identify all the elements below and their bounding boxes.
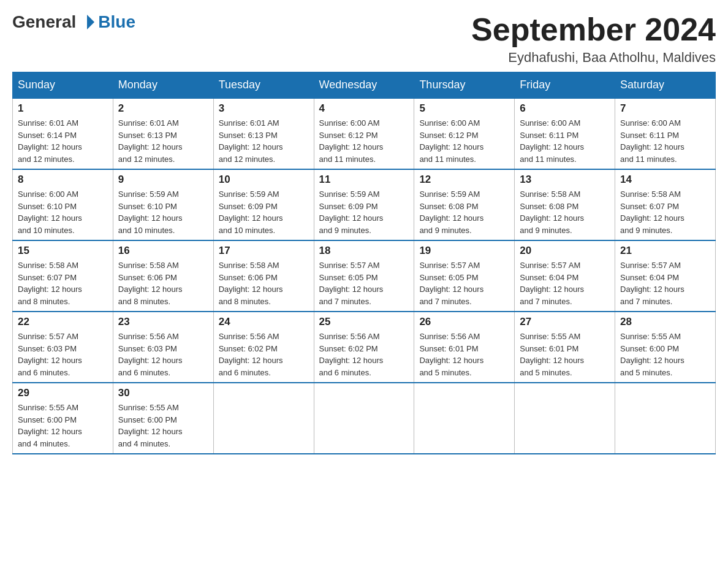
day-header-thursday: Thursday — [414, 72, 515, 99]
day-header-monday: Monday — [113, 72, 213, 99]
day-info: Sunrise: 5:56 AMSunset: 6:01 PMDaylight:… — [419, 331, 509, 378]
calendar-week-row: 22Sunrise: 5:57 AMSunset: 6:03 PMDayligh… — [13, 312, 716, 383]
day-info: Sunrise: 5:55 AMSunset: 6:00 PMDaylight:… — [620, 331, 710, 378]
calendar-cell — [213, 383, 314, 454]
day-number: 3 — [219, 102, 309, 115]
day-number: 26 — [419, 316, 509, 328]
day-header-tuesday: Tuesday — [213, 72, 314, 99]
calendar-table: SundayMondayTuesdayWednesdayThursdayFrid… — [12, 72, 716, 454]
calendar-cell — [414, 383, 515, 454]
location: Eydhafushi, Baa Atholhu, Maldives — [471, 50, 716, 66]
day-number: 17 — [219, 245, 309, 257]
day-number: 24 — [219, 316, 309, 328]
calendar-cell: 13Sunrise: 5:58 AMSunset: 6:08 PMDayligh… — [515, 169, 615, 240]
calendar-cell: 24Sunrise: 5:56 AMSunset: 6:02 PMDayligh… — [213, 312, 314, 383]
day-number: 27 — [520, 316, 610, 328]
day-info: Sunrise: 6:00 AMSunset: 6:12 PMDaylight:… — [319, 117, 409, 165]
day-number: 30 — [118, 387, 208, 399]
calendar-week-row: 15Sunrise: 5:58 AMSunset: 6:07 PMDayligh… — [13, 240, 716, 312]
calendar-cell: 14Sunrise: 5:58 AMSunset: 6:07 PMDayligh… — [615, 169, 716, 240]
calendar-cell: 26Sunrise: 5:56 AMSunset: 6:01 PMDayligh… — [414, 312, 515, 383]
day-number: 19 — [419, 245, 509, 257]
day-number: 9 — [118, 174, 208, 186]
calendar-cell: 30Sunrise: 5:55 AMSunset: 6:00 PMDayligh… — [113, 383, 213, 454]
calendar-cell: 6Sunrise: 6:00 AMSunset: 6:11 PMDaylight… — [515, 98, 615, 169]
day-info: Sunrise: 5:58 AMSunset: 6:07 PMDaylight:… — [620, 188, 710, 236]
day-info: Sunrise: 5:58 AMSunset: 6:06 PMDaylight:… — [118, 259, 208, 307]
calendar-cell: 17Sunrise: 5:58 AMSunset: 6:06 PMDayligh… — [213, 240, 314, 312]
calendar-cell: 1Sunrise: 6:01 AMSunset: 6:14 PMDaylight… — [13, 98, 113, 169]
day-number: 12 — [419, 174, 509, 186]
day-info: Sunrise: 5:59 AMSunset: 6:10 PMDaylight:… — [118, 188, 208, 236]
day-number: 13 — [520, 174, 610, 186]
day-number: 23 — [118, 316, 208, 328]
calendar-header-row: SundayMondayTuesdayWednesdayThursdayFrid… — [13, 72, 716, 99]
logo-general: General — [12, 12, 76, 32]
calendar-cell — [314, 383, 414, 454]
calendar-cell: 22Sunrise: 5:57 AMSunset: 6:03 PMDayligh… — [13, 312, 113, 383]
day-info: Sunrise: 5:55 AMSunset: 6:00 PMDaylight:… — [18, 402, 108, 450]
day-number: 10 — [219, 174, 309, 186]
day-info: Sunrise: 5:56 AMSunset: 6:02 PMDaylight:… — [219, 331, 309, 378]
day-number: 4 — [319, 102, 409, 115]
calendar-cell: 12Sunrise: 5:59 AMSunset: 6:08 PMDayligh… — [414, 169, 515, 240]
day-number: 18 — [319, 245, 409, 257]
day-info: Sunrise: 6:00 AMSunset: 6:11 PMDaylight:… — [620, 117, 710, 165]
calendar-week-row: 1Sunrise: 6:01 AMSunset: 6:14 PMDaylight… — [13, 98, 716, 169]
day-info: Sunrise: 5:57 AMSunset: 6:05 PMDaylight:… — [419, 259, 509, 307]
month-title: September 2024 — [471, 12, 716, 47]
calendar-cell: 2Sunrise: 6:01 AMSunset: 6:13 PMDaylight… — [113, 98, 213, 169]
day-info: Sunrise: 5:57 AMSunset: 6:04 PMDaylight:… — [520, 259, 610, 307]
day-header-saturday: Saturday — [615, 72, 716, 99]
day-number: 25 — [319, 316, 409, 328]
day-header-friday: Friday — [515, 72, 615, 99]
day-info: Sunrise: 6:01 AMSunset: 6:13 PMDaylight:… — [118, 117, 208, 165]
calendar-cell: 16Sunrise: 5:58 AMSunset: 6:06 PMDayligh… — [113, 240, 213, 312]
calendar-cell: 7Sunrise: 6:00 AMSunset: 6:11 PMDaylight… — [615, 98, 716, 169]
calendar-cell — [515, 383, 615, 454]
logo-flag-icon — [77, 12, 97, 32]
logo-blue: Blue — [98, 12, 135, 32]
title-section: September 2024 Eydhafushi, Baa Atholhu, … — [471, 12, 716, 66]
day-number: 1 — [18, 102, 108, 115]
day-info: Sunrise: 6:01 AMSunset: 6:14 PMDaylight:… — [18, 117, 108, 165]
day-info: Sunrise: 5:59 AMSunset: 6:09 PMDaylight:… — [319, 188, 409, 236]
day-number: 29 — [18, 387, 108, 399]
calendar-cell: 10Sunrise: 5:59 AMSunset: 6:09 PMDayligh… — [213, 169, 314, 240]
calendar-cell: 9Sunrise: 5:59 AMSunset: 6:10 PMDaylight… — [113, 169, 213, 240]
day-info: Sunrise: 5:58 AMSunset: 6:08 PMDaylight:… — [520, 188, 610, 236]
calendar-cell: 21Sunrise: 5:57 AMSunset: 6:04 PMDayligh… — [615, 240, 716, 312]
day-number: 5 — [419, 102, 509, 115]
calendar-cell — [615, 383, 716, 454]
calendar-cell: 18Sunrise: 5:57 AMSunset: 6:05 PMDayligh… — [314, 240, 414, 312]
day-number: 20 — [520, 245, 610, 257]
day-info: Sunrise: 6:00 AMSunset: 6:12 PMDaylight:… — [419, 117, 509, 165]
calendar-cell: 23Sunrise: 5:56 AMSunset: 6:03 PMDayligh… — [113, 312, 213, 383]
day-info: Sunrise: 5:56 AMSunset: 6:02 PMDaylight:… — [319, 331, 409, 378]
day-header-wednesday: Wednesday — [314, 72, 414, 99]
day-info: Sunrise: 5:58 AMSunset: 6:07 PMDaylight:… — [18, 259, 108, 307]
day-info: Sunrise: 5:57 AMSunset: 6:04 PMDaylight:… — [620, 259, 710, 307]
calendar-cell: 27Sunrise: 5:55 AMSunset: 6:01 PMDayligh… — [515, 312, 615, 383]
day-header-sunday: Sunday — [13, 72, 113, 99]
day-info: Sunrise: 6:00 AMSunset: 6:11 PMDaylight:… — [520, 117, 610, 165]
calendar-cell: 28Sunrise: 5:55 AMSunset: 6:00 PMDayligh… — [615, 312, 716, 383]
svg-marker-0 — [87, 15, 94, 29]
day-info: Sunrise: 6:01 AMSunset: 6:13 PMDaylight:… — [219, 117, 309, 165]
day-number: 15 — [18, 245, 108, 257]
day-info: Sunrise: 5:55 AMSunset: 6:00 PMDaylight:… — [118, 402, 208, 450]
calendar-cell: 29Sunrise: 5:55 AMSunset: 6:00 PMDayligh… — [13, 383, 113, 454]
page-header: General Blue September 2024 Eydhafushi, … — [12, 12, 716, 66]
day-number: 6 — [520, 102, 610, 115]
day-number: 21 — [620, 245, 710, 257]
day-number: 28 — [620, 316, 710, 328]
calendar-cell: 19Sunrise: 5:57 AMSunset: 6:05 PMDayligh… — [414, 240, 515, 312]
day-number: 14 — [620, 174, 710, 186]
day-number: 2 — [118, 102, 208, 115]
calendar-cell: 11Sunrise: 5:59 AMSunset: 6:09 PMDayligh… — [314, 169, 414, 240]
day-info: Sunrise: 5:58 AMSunset: 6:06 PMDaylight:… — [219, 259, 309, 307]
calendar-cell: 8Sunrise: 6:00 AMSunset: 6:10 PMDaylight… — [13, 169, 113, 240]
calendar-cell: 25Sunrise: 5:56 AMSunset: 6:02 PMDayligh… — [314, 312, 414, 383]
calendar-week-row: 29Sunrise: 5:55 AMSunset: 6:00 PMDayligh… — [13, 383, 716, 454]
calendar-cell: 20Sunrise: 5:57 AMSunset: 6:04 PMDayligh… — [515, 240, 615, 312]
